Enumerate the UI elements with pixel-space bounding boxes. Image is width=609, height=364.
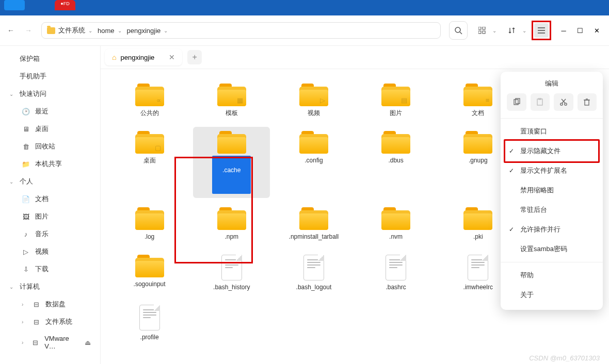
menu-label: 常驻后台 bbox=[520, 205, 547, 214]
file-item[interactable]: .profile bbox=[111, 301, 188, 346]
sidebar-item[interactable]: ›⊟文件系统 bbox=[0, 313, 100, 330]
item-label: .nvm bbox=[389, 233, 403, 241]
folder-item[interactable]: .log bbox=[111, 203, 188, 245]
sidebar-label: 计算机 bbox=[20, 282, 40, 291]
menu-button[interactable] bbox=[534, 23, 549, 38]
paste-button[interactable] bbox=[531, 93, 550, 111]
sidebar-label: 音乐 bbox=[35, 229, 49, 239]
folder-item[interactable]: .npminstall_tarball bbox=[275, 203, 352, 245]
chevron-down-icon: ⌄ bbox=[9, 91, 14, 97]
item-label: 公共的 bbox=[140, 109, 159, 118]
item-label: .profile bbox=[140, 334, 159, 342]
menu-label: 关于 bbox=[520, 290, 534, 300]
forward-button[interactable]: → bbox=[25, 26, 32, 35]
delete-button[interactable] bbox=[578, 93, 597, 111]
file-item[interactable]: .bash_history bbox=[193, 251, 270, 296]
file-item[interactable]: .bash_logout bbox=[275, 251, 352, 296]
menu-item-help[interactable]: 帮助 bbox=[501, 266, 603, 285]
sidebar-item[interactable]: ▷视频 bbox=[0, 243, 100, 260]
sidebar-item[interactable]: 📁本机共享 bbox=[0, 155, 100, 173]
back-button[interactable]: ← bbox=[7, 26, 14, 35]
item-label: 图片 bbox=[390, 109, 402, 118]
menu-item[interactable]: 置顶窗口 bbox=[501, 122, 603, 141]
breadcrumb-root[interactable]: 文件系统 ⌄ bbox=[47, 26, 92, 35]
sidebar-item[interactable]: 🖥桌面 bbox=[0, 120, 100, 138]
folder-item[interactable]: .config bbox=[275, 127, 352, 198]
menu-title: 编辑 bbox=[501, 77, 603, 93]
sidebar-group-quick[interactable]: ⌄快速访问 bbox=[0, 85, 100, 103]
minimize-button[interactable]: ─ bbox=[558, 25, 569, 36]
menu-item[interactable]: 设置samba密码 bbox=[501, 239, 603, 259]
sidebar: 保护箱 手机助手 ⌄快速访问 🕑最近🖥桌面🗑回收站📁本机共享 ⌄个人 📄文档🖼图… bbox=[0, 46, 101, 364]
breadcrumb-item[interactable]: pengxingjie ⌄ bbox=[127, 27, 168, 35]
tab-close-button[interactable]: ✕ bbox=[169, 53, 175, 61]
folder-icon bbox=[299, 131, 328, 154]
folder-item[interactable]: ▤图片 bbox=[358, 79, 435, 122]
close-button[interactable]: ✕ bbox=[591, 25, 602, 36]
maximize-button[interactable]: ☐ bbox=[575, 25, 585, 36]
folder-item[interactable]: ▦模板 bbox=[193, 79, 270, 122]
sidebar-group-computer[interactable]: ⌄计算机 bbox=[0, 278, 100, 295]
sidebar-item[interactable]: 🕑最近 bbox=[0, 103, 100, 120]
taskbar: ●FD bbox=[0, 0, 609, 15]
sidebar-item[interactable]: ♪音乐 bbox=[0, 225, 100, 243]
sidebar-item[interactable]: ›⊟数据盘 bbox=[0, 295, 100, 313]
cut-button[interactable] bbox=[554, 93, 573, 111]
svg-point-14 bbox=[565, 103, 567, 105]
sidebar-item[interactable]: ›⊟VMware V…⏏ bbox=[0, 330, 100, 354]
file-item[interactable]: .bashrc bbox=[358, 251, 435, 296]
folder-item[interactable]: ∝公共的 bbox=[111, 79, 188, 122]
menu-item[interactable]: ✓显示隐藏文件 bbox=[501, 141, 603, 161]
breadcrumb[interactable]: 文件系统 ⌄ home ⌄ pengxingjie ⌄ bbox=[41, 22, 441, 39]
sidebar-item[interactable]: ⇩下载 bbox=[0, 260, 100, 278]
sidebar-item[interactable]: 🗑回收站 bbox=[0, 138, 100, 155]
menu-item[interactable]: 禁用缩略图 bbox=[501, 180, 603, 200]
sidebar-group-personal[interactable]: ⌄个人 bbox=[0, 173, 100, 190]
folder-icon bbox=[381, 207, 410, 230]
folder-item[interactable]: ▷视频 bbox=[275, 79, 352, 122]
menu-item-about[interactable]: 关于 bbox=[501, 285, 603, 305]
menu-item[interactable]: ✓允许操作并行 bbox=[501, 220, 603, 239]
svg-point-0 bbox=[455, 27, 460, 32]
taskbar-item-red[interactable]: ●FD bbox=[55, 0, 75, 10]
folder-item[interactable]: .npm bbox=[193, 203, 270, 245]
menu-label: 允许操作并行 bbox=[520, 225, 560, 234]
search-button[interactable] bbox=[449, 21, 468, 40]
sidebar-item[interactable]: 📄文档 bbox=[0, 190, 100, 208]
chevron-down-icon[interactable]: ⌄ bbox=[492, 28, 496, 34]
taskbar-item[interactable] bbox=[4, 0, 25, 10]
sort-button[interactable] bbox=[505, 23, 519, 38]
sidebar-label: 回收站 bbox=[35, 142, 55, 151]
eject-icon[interactable]: ⏏ bbox=[85, 339, 91, 346]
folder-item[interactable]: .sogouinput bbox=[111, 251, 188, 296]
toolbar: ← → 文件系统 ⌄ home ⌄ pengxingjie ⌄ bbox=[0, 15, 609, 46]
item-label: .npm bbox=[225, 233, 238, 241]
new-tab-button[interactable]: + bbox=[187, 50, 202, 64]
svg-line-16 bbox=[562, 99, 565, 103]
item-label: .sogouinput bbox=[134, 280, 166, 289]
sidebar-item[interactable]: 🖼图片 bbox=[0, 208, 100, 225]
folder-item[interactable]: .dbus bbox=[358, 127, 435, 198]
chevron-down-icon: ⌄ bbox=[88, 28, 92, 34]
trash-icon: 🗑 bbox=[22, 143, 30, 151]
chevron-down-icon[interactable]: ⌄ bbox=[522, 28, 526, 34]
sidebar-label: 个人 bbox=[20, 177, 33, 186]
menu-item[interactable]: 常驻后台 bbox=[501, 200, 603, 220]
breadcrumb-item[interactable]: home ⌄ bbox=[98, 27, 122, 35]
sidebar-label: 图片 bbox=[35, 212, 49, 221]
tab[interactable]: ⌂ pengxingjie ✕ bbox=[105, 49, 182, 65]
folder-icon bbox=[217, 207, 246, 230]
menu-item[interactable]: ✓显示文件扩展名 bbox=[501, 161, 603, 180]
sidebar-label: 手机助手 bbox=[20, 72, 46, 81]
folder-item[interactable]: .nvm bbox=[358, 203, 435, 245]
sidebar-label: VMware V… bbox=[44, 335, 79, 350]
copy-button[interactable] bbox=[507, 93, 526, 111]
sidebar-item[interactable]: 手机助手 bbox=[0, 68, 100, 85]
sidebar-item[interactable]: 保护箱 bbox=[0, 50, 100, 68]
folder-icon bbox=[135, 255, 164, 277]
paste-icon bbox=[536, 98, 544, 106]
view-grid-button[interactable] bbox=[475, 23, 489, 38]
item-label: 文档 bbox=[472, 109, 484, 118]
folder-item[interactable]: ▢桌面 bbox=[111, 127, 188, 198]
folder-item[interactable]: .cache bbox=[193, 127, 270, 198]
